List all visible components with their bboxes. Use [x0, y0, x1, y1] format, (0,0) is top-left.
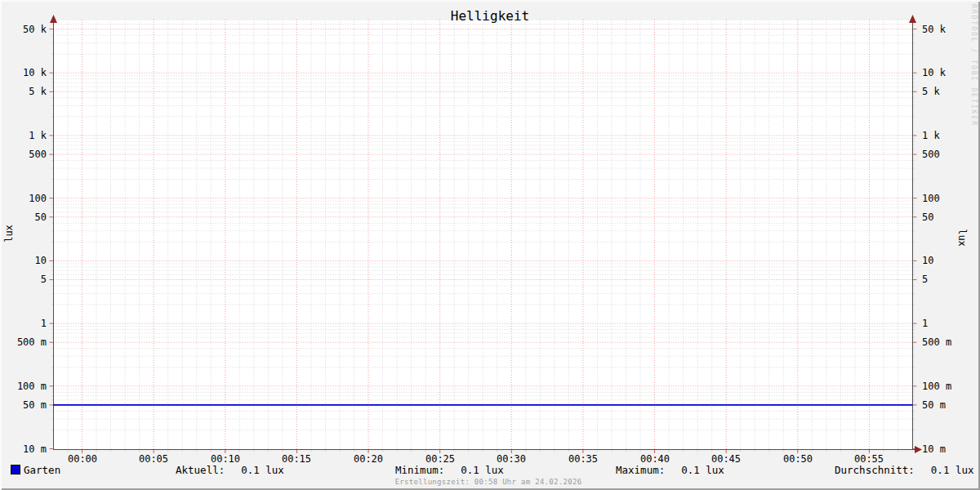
- stat-maximum: Maximum:0.1 lux: [616, 464, 724, 476]
- stat-durchschnitt: Durchschnitt:0.1 lux: [835, 464, 974, 476]
- stat-minimum-value: 0.1 lux: [461, 464, 504, 476]
- series-color-swatch: [11, 465, 20, 474]
- series-name-label: Garten: [24, 464, 60, 476]
- stat-durchschnitt-value: 0.1 lux: [931, 464, 974, 476]
- stat-aktuell-value: 0.1 lux: [241, 464, 284, 476]
- legend-row: Garten Aktuell:0.1 lux Minimum:0.1 lux M…: [0, 0, 980, 490]
- stat-maximum-label: Maximum:: [616, 464, 665, 476]
- creation-timestamp: Erstellungszeit: 00:58 Uhr am 24.02.2026: [0, 478, 977, 486]
- stat-minimum: Minimum:0.1 lux: [395, 464, 504, 476]
- stat-durchschnitt-label: Durchschnitt:: [835, 464, 915, 476]
- stat-aktuell-label: Aktuell:: [176, 464, 225, 476]
- stat-minimum-label: Minimum:: [395, 464, 444, 476]
- stat-aktuell: Aktuell:0.1 lux: [176, 464, 284, 476]
- stat-maximum-value: 0.1 lux: [681, 464, 724, 476]
- rrd-graph: Helligkeit 50 k10 k5 k1 k500100501051500…: [0, 0, 980, 490]
